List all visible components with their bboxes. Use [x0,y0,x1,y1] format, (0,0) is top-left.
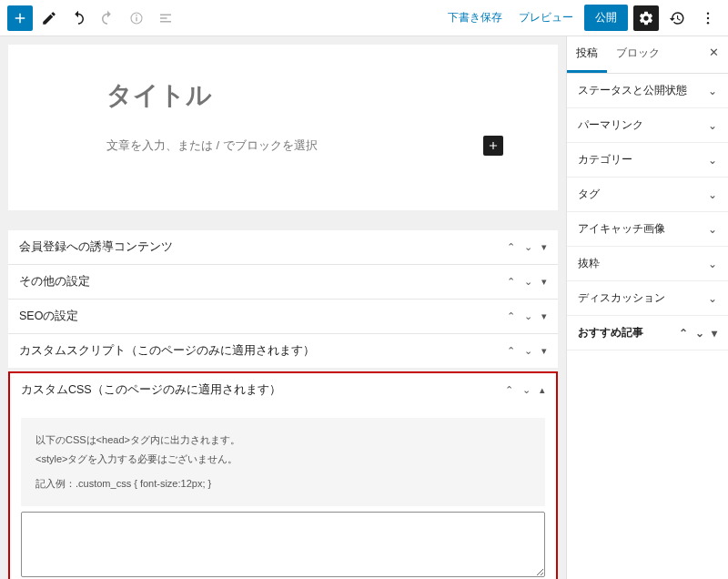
chevron-up-icon[interactable]: ⌃ [507,276,515,288]
chevron-down-icon[interactable]: ⌄ [524,345,532,357]
gear-icon [638,10,654,26]
chevron-down-icon[interactable]: ⌄ [524,276,532,288]
chevron-down-icon: ⌄ [708,119,717,132]
chevron-up-icon[interactable]: ⌃ [507,345,515,357]
help-line: 以下のCSSは<head>タグ内に出力されます。 [35,431,531,450]
panel-label: パーマリンク [578,117,643,133]
history-icon [669,10,685,26]
svg-point-4 [707,16,709,18]
close-sidebar-button[interactable]: ✕ [700,36,728,73]
caret-toggle-icon[interactable]: ▴ [540,384,545,396]
tab-post[interactable]: 投稿 [567,36,607,73]
info-icon [129,11,144,25]
help-line: <style>タグを入力する必要はございません。 [35,450,531,469]
insert-block-button[interactable] [483,136,503,156]
plus-icon [487,139,500,152]
caret-toggle-icon[interactable]: ▾ [541,241,547,253]
panel-label: カテゴリー [578,152,632,168]
block-placeholder-text: 文章を入力、または / でブロックを選択 [106,137,318,154]
accordion-label: SEOの設定 [19,309,78,324]
undo-icon [70,10,86,26]
top-toolbar: 下書き保存 プレビュー 公開 [0,0,728,36]
svg-rect-1 [136,16,136,21]
undo-button[interactable] [66,5,91,31]
chevron-down-icon: ⌄ [708,258,717,270]
plus-icon [12,10,28,26]
more-options-button[interactable] [695,5,721,31]
outline-button[interactable] [153,5,178,31]
save-draft-button[interactable]: 下書き保存 [442,6,508,29]
custom-css-body: 以下のCSSは<head>タグ内に出力されます。 <style>タグを入力する必… [10,407,556,579]
settings-sidebar: 投稿 ブロック ✕ ステータスと公開状態 ⌄ パーマリンク ⌄ カテゴリー ⌄ … [566,36,728,579]
caret-toggle-icon[interactable]: ▾ [712,327,717,340]
list-icon [157,10,174,26]
chevron-up-icon[interactable]: ⌃ [679,327,688,340]
chevron-down-icon: ⌄ [708,223,717,236]
accordion-label: カスタムスクリプト（このページのみに適用されます） [19,343,315,359]
panel-featured-image[interactable]: アイキャッチ画像 ⌄ [567,212,728,247]
redo-button[interactable] [95,5,120,31]
tab-block[interactable]: ブロック [607,36,669,73]
custom-css-help: 以下のCSSは<head>タグ内に出力されます。 <style>タグを入力する必… [21,418,545,506]
accordion-label: その他の設定 [19,274,90,290]
caret-toggle-icon[interactable]: ▾ [541,345,547,357]
chevron-down-icon: ⌄ [708,154,717,167]
chevron-down-icon[interactable]: ⌄ [524,310,532,322]
custom-css-header[interactable]: カスタムCSS（このページのみに適用されます） ⌃ ⌄ ▴ [10,373,556,407]
chevron-up-icon[interactable]: ⌃ [505,384,513,396]
chevron-down-icon[interactable]: ⌄ [522,384,531,396]
accordion-label: 会員登録への誘導コンテンツ [19,239,173,255]
chevron-down-icon: ⌄ [708,188,717,201]
panel-label: ステータスと公開状態 [578,83,687,98]
more-vertical-icon [700,10,716,26]
custom-css-section: カスタムCSS（このページのみに適用されます） ⌃ ⌄ ▴ 以下のCSSは<he… [8,371,558,579]
toolbar-right: 下書き保存 プレビュー 公開 [442,5,721,31]
panel-excerpt[interactable]: 抜粋 ⌄ [567,247,728,281]
info-button[interactable] [124,5,149,31]
meta-accordion: 会員登録への誘導コンテンツ ⌃ ⌄ ▾ その他の設定 ⌃ ⌄ ▾ [8,230,558,368]
panel-tags[interactable]: タグ ⌄ [567,178,728,212]
pencil-icon [41,10,57,26]
panel-discussion[interactable]: ディスカッション ⌄ [567,281,728,316]
editor-canvas: 文章を入力、または / でブロックを選択 会員登録への誘導コンテンツ ⌃ ⌄ ▾ [0,36,566,579]
panel-featured-posts[interactable]: おすすめ記事 ⌃ ⌄ ▾ [567,316,728,350]
caret-toggle-icon[interactable]: ▾ [541,276,547,288]
svg-point-3 [707,12,709,14]
caret-toggle-icon[interactable]: ▾ [541,310,547,322]
accordion-item-member[interactable]: 会員登録への誘導コンテンツ ⌃ ⌄ ▾ [8,230,558,264]
panel-label: おすすめ記事 [578,325,643,340]
panel-permalink[interactable]: パーマリンク ⌄ [567,108,728,143]
close-icon: ✕ [709,46,719,59]
publish-button[interactable]: 公開 [584,5,628,31]
panel-label: 抜粋 [578,256,600,271]
custom-css-textarea[interactable] [21,512,545,577]
panel-categories[interactable]: カテゴリー ⌄ [567,143,728,178]
accordion-item-other[interactable]: その他の設定 ⌃ ⌄ ▾ [8,264,558,299]
edit-mode-button[interactable] [36,5,62,31]
block-placeholder-row[interactable]: 文章を入力、または / でブロックを選択 [106,136,503,156]
panel-label: タグ [578,187,600,202]
add-block-toggle[interactable] [7,5,33,31]
toolbar-left [7,5,178,31]
editor-card: 文章を入力、または / でブロックを選択 [8,45,558,210]
accordion-item-script[interactable]: カスタムスクリプト（このページのみに適用されます） ⌃ ⌄ ▾ [8,333,558,368]
help-line: 記入例：.custom_css { font-size:12px; } [35,474,531,493]
redo-icon [99,10,116,26]
svg-point-5 [707,22,709,24]
panel-label: ディスカッション [578,290,665,306]
chevron-down-icon: ⌄ [708,292,717,305]
custom-css-title: カスタムCSS（このページのみに適用されます） [21,382,281,398]
chevron-up-icon[interactable]: ⌃ [507,241,515,253]
chevron-down-icon[interactable]: ⌄ [524,241,532,253]
settings-button[interactable] [633,5,659,31]
svg-rect-2 [136,15,136,15]
chevron-down-icon: ⌄ [708,85,717,97]
chevron-down-icon[interactable]: ⌄ [695,327,704,340]
panel-status[interactable]: ステータスと公開状態 ⌄ [567,74,728,108]
accordion-item-seo[interactable]: SEOの設定 ⌃ ⌄ ▾ [8,299,558,333]
preview-button[interactable]: プレビュー [513,6,579,29]
post-title-input[interactable] [106,81,547,110]
chevron-up-icon[interactable]: ⌃ [507,310,515,322]
sidebar-tabs: 投稿 ブロック ✕ [567,36,728,74]
revisions-button[interactable] [664,5,690,31]
